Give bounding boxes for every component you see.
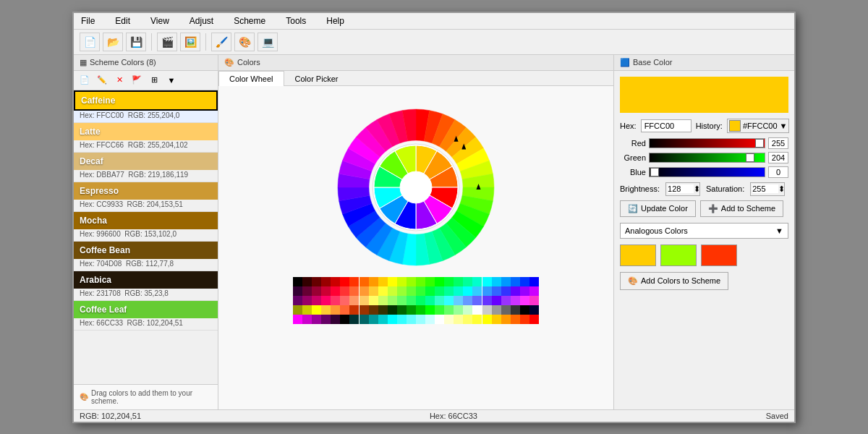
swatch-3-4[interactable] xyxy=(331,305,340,315)
swatch-0-1[interactable] xyxy=(302,277,312,286)
swatch-1-21[interactable] xyxy=(492,286,501,296)
swatch-2-7[interactable] xyxy=(359,296,369,305)
swatch-2-4[interactable] xyxy=(331,296,340,305)
swatch-4-3[interactable] xyxy=(321,315,331,324)
color-wheel-container[interactable] xyxy=(329,101,503,274)
color-swatches-grid[interactable] xyxy=(293,277,539,320)
swatch-2-14[interactable] xyxy=(425,296,435,305)
history-dropdown[interactable]: #FFCC00 ▼ xyxy=(727,119,790,133)
swatch-0-5[interactable] xyxy=(340,277,349,286)
tab-color-picker[interactable]: Color Picker xyxy=(284,71,349,86)
analogous-swatch-0[interactable] xyxy=(620,244,656,266)
swatch-0-21[interactable] xyxy=(492,277,501,286)
delete-btn[interactable]: ✕ xyxy=(111,73,127,88)
toolbar-image[interactable]: 🖼️ xyxy=(180,33,200,51)
swatch-4-1[interactable] xyxy=(302,315,312,324)
swatch-0-4[interactable] xyxy=(331,277,340,286)
swatch-1-17[interactable] xyxy=(454,286,463,296)
swatch-4-0[interactable] xyxy=(293,315,302,324)
swatch-1-25[interactable] xyxy=(529,286,539,296)
swatch-2-18[interactable] xyxy=(463,296,472,305)
blue-value[interactable] xyxy=(768,166,788,178)
menu-file[interactable]: File xyxy=(77,14,99,27)
swatch-0-9[interactable] xyxy=(378,277,388,286)
swatch-4-12[interactable] xyxy=(407,315,416,324)
update-color-button[interactable]: 🔄 Update Color xyxy=(620,200,696,217)
swatch-1-24[interactable] xyxy=(520,286,529,296)
swatch-2-25[interactable] xyxy=(529,296,539,305)
swatch-3-10[interactable] xyxy=(388,305,397,315)
toolbar-picker[interactable]: 🖌️ xyxy=(211,33,231,51)
swatch-1-19[interactable] xyxy=(472,286,482,296)
swatch-4-2[interactable] xyxy=(312,315,321,324)
swatch-1-11[interactable] xyxy=(397,286,407,296)
swatch-2-23[interactable] xyxy=(511,296,520,305)
swatch-3-3[interactable] xyxy=(321,305,331,315)
swatch-2-24[interactable] xyxy=(520,296,529,305)
color-list-item-5[interactable]: Coffee Bean Hex: 704D08 RGB: 112,77,8 xyxy=(74,242,218,271)
swatch-4-16[interactable] xyxy=(444,315,454,324)
swatch-2-19[interactable] xyxy=(472,296,482,305)
swatch-1-22[interactable] xyxy=(501,286,511,296)
swatch-4-13[interactable] xyxy=(416,315,425,324)
red-slider-track[interactable] xyxy=(649,138,765,148)
swatch-1-23[interactable] xyxy=(511,286,520,296)
swatch-0-17[interactable] xyxy=(454,277,463,286)
color-list-item-0[interactable]: Caffeine Hex: FFCC00 RGB: 255,204,0 xyxy=(74,90,218,123)
swatch-4-5[interactable] xyxy=(340,315,349,324)
rename-btn[interactable]: ✏️ xyxy=(94,73,110,88)
brightness-spin-arrows[interactable]: ⬍ xyxy=(694,184,700,194)
toolbar-open[interactable]: 📂 xyxy=(103,33,123,51)
swatch-4-7[interactable] xyxy=(359,315,369,324)
swatch-1-12[interactable] xyxy=(407,286,416,296)
new-scheme-btn[interactable]: 📄 xyxy=(77,73,93,88)
swatch-4-8[interactable] xyxy=(369,315,378,324)
swatch-4-20[interactable] xyxy=(482,315,492,324)
analogous-dropdown[interactable]: Analogous Colors ▼ xyxy=(620,223,788,239)
swatch-2-12[interactable] xyxy=(407,296,416,305)
color-list-item-2[interactable]: Decaf Hex: DBBA77 RGB: 219,186,119 xyxy=(74,153,218,182)
brightness-spinner[interactable]: ⬍ xyxy=(665,182,700,196)
swatch-0-18[interactable] xyxy=(463,277,472,286)
swatch-2-13[interactable] xyxy=(416,296,425,305)
red-slider-thumb[interactable] xyxy=(755,139,764,148)
swatch-3-2[interactable] xyxy=(312,305,321,315)
swatch-3-19[interactable] xyxy=(472,305,482,315)
swatch-4-6[interactable] xyxy=(349,315,359,324)
swatch-0-16[interactable] xyxy=(444,277,454,286)
swatch-1-20[interactable] xyxy=(482,286,492,296)
swatch-2-9[interactable] xyxy=(378,296,388,305)
swatch-2-8[interactable] xyxy=(369,296,378,305)
swatch-0-24[interactable] xyxy=(520,277,529,286)
swatch-0-23[interactable] xyxy=(511,277,520,286)
color-list-item-4[interactable]: Mocha Hex: 996600 RGB: 153,102,0 xyxy=(74,212,218,242)
swatch-4-4[interactable] xyxy=(331,315,340,324)
blue-slider-thumb[interactable] xyxy=(650,168,659,176)
swatch-4-25[interactable] xyxy=(529,315,539,324)
menu-tools[interactable]: Tools xyxy=(281,14,310,27)
hex-input[interactable] xyxy=(641,119,692,132)
swatch-3-24[interactable] xyxy=(520,305,529,315)
swatch-0-14[interactable] xyxy=(425,277,435,286)
swatch-3-0[interactable] xyxy=(293,305,302,315)
swatch-0-2[interactable] xyxy=(312,277,321,286)
swatch-1-4[interactable] xyxy=(331,286,340,296)
swatch-1-16[interactable] xyxy=(444,286,454,296)
swatch-0-0[interactable] xyxy=(293,277,302,286)
menu-help[interactable]: Help xyxy=(322,14,349,27)
swatch-0-19[interactable] xyxy=(472,277,482,286)
saturation-spinner[interactable]: ⬍ xyxy=(750,182,785,196)
saturation-value[interactable] xyxy=(752,184,778,193)
swatch-2-20[interactable] xyxy=(482,296,492,305)
swatch-3-16[interactable] xyxy=(444,305,454,315)
swatch-4-11[interactable] xyxy=(397,315,407,324)
swatch-4-14[interactable] xyxy=(425,315,435,324)
swatch-2-2[interactable] xyxy=(312,296,321,305)
toolbar-palette[interactable]: 🎨 xyxy=(234,33,255,51)
swatch-3-1[interactable] xyxy=(302,305,312,315)
toolbar-screen[interactable]: 💻 xyxy=(258,33,278,51)
swatch-1-0[interactable] xyxy=(293,286,302,296)
swatch-0-7[interactable] xyxy=(359,277,369,286)
swatch-2-17[interactable] xyxy=(454,296,463,305)
color-list-item-7[interactable]: Coffee Leaf Hex: 66CC33 RGB: 102,204,51 xyxy=(74,301,218,331)
